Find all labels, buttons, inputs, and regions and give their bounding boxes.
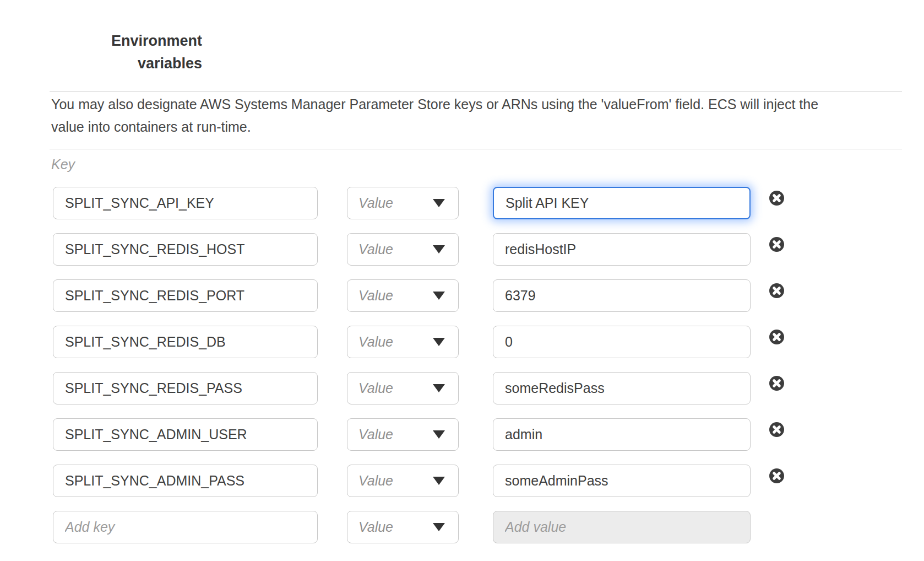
remove-row-button[interactable] [769,376,784,391]
remove-row-button[interactable] [769,283,784,298]
env-value-input[interactable] [493,418,751,451]
x-circle-icon [769,422,784,437]
x-circle-icon [769,191,784,206]
value-type-select[interactable]: Value [347,326,459,358]
env-var-row: Value [53,465,784,497]
divider [50,149,902,149]
value-type-selected-label: Value [358,380,393,396]
env-key-input[interactable] [53,233,318,266]
x-circle-icon [769,468,784,483]
remove-row-button[interactable] [769,191,784,206]
key-column-header: Key [51,157,75,172]
env-key-input[interactable] [53,187,318,219]
x-circle-icon [769,237,784,252]
chevron-down-icon [433,292,445,300]
add-key-input[interactable] [53,511,318,543]
chevron-down-icon [433,384,445,392]
x-circle-icon [769,376,784,391]
divider [50,91,902,92]
value-type-selected-label: Value [358,334,393,350]
remove-row-button[interactable] [769,237,784,252]
add-value-input [493,511,751,543]
remove-row-button[interactable] [769,422,784,437]
chevron-down-icon [433,338,445,346]
remove-row-button[interactable] [769,468,784,483]
env-value-input[interactable] [493,279,751,312]
section-label: Environment variables [50,30,202,75]
env-value-input[interactable] [493,326,751,358]
value-type-select[interactable]: Value [347,511,459,543]
value-type-selected-label: Value [358,473,393,489]
value-type-select[interactable]: Value [347,279,459,312]
value-type-select[interactable]: Value [347,372,459,404]
env-key-input[interactable] [53,418,318,451]
env-var-row-list: Value Value [53,187,784,497]
parameter-store-hint-text: You may also designate AWS Systems Manag… [51,93,843,138]
value-type-select[interactable]: Value [347,233,459,266]
chevron-down-icon [433,430,445,439]
x-circle-icon [769,330,784,344]
env-value-input[interactable] [493,233,751,266]
value-type-selected-label: Value [358,195,393,211]
chevron-down-icon [433,199,445,207]
env-var-rows: Value Value [53,187,784,557]
value-type-selected-label: Value [358,519,393,535]
env-value-input[interactable] [493,187,751,219]
x-circle-icon [769,283,784,298]
env-key-input[interactable] [53,372,318,404]
env-key-input[interactable] [53,326,318,358]
env-var-row: Value [53,372,784,404]
env-key-input[interactable] [53,279,318,312]
remove-row-button[interactable] [769,330,784,344]
value-type-select[interactable]: Value [347,418,459,451]
env-key-input[interactable] [53,465,318,497]
value-type-selected-label: Value [358,288,393,304]
chevron-down-icon [433,477,445,485]
env-var-row: Value [53,279,784,312]
chevron-down-icon [433,523,445,531]
env-value-input[interactable] [493,372,751,404]
env-var-row: Value [53,418,784,451]
value-type-select[interactable]: Value [347,187,459,219]
env-var-row: Value [53,326,784,358]
add-env-var-row: Value [53,511,784,543]
value-type-selected-label: Value [358,427,393,443]
chevron-down-icon [433,245,445,253]
env-var-row: Value [53,187,784,219]
value-type-select[interactable]: Value [347,465,459,497]
environment-variables-section: Environment variables You may also desig… [0,0,924,561]
env-value-input[interactable] [493,465,751,497]
value-type-selected-label: Value [358,241,393,257]
env-var-row: Value [53,233,784,266]
